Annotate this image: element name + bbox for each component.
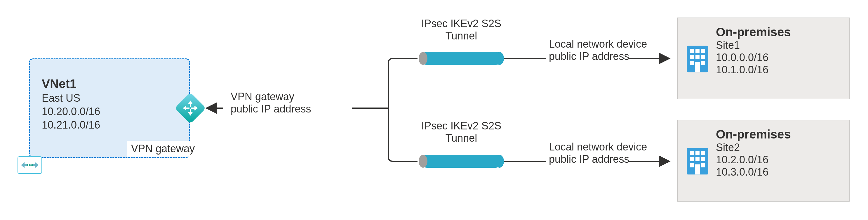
vpn-gateway-icon bbox=[179, 97, 202, 119]
svg-marker-13 bbox=[183, 106, 189, 110]
tunnel0-line1: IPsec IKEv2 S2S bbox=[421, 18, 501, 29]
svg-rect-22 bbox=[690, 61, 694, 65]
site1-cidr-1: 10.3.0.0/16 bbox=[716, 166, 840, 178]
vnet-cidr-0: 10.20.0.0/16 bbox=[42, 106, 100, 118]
svg-rect-29 bbox=[690, 157, 694, 161]
svg-marker-11 bbox=[188, 101, 193, 107]
svg-rect-30 bbox=[695, 157, 700, 161]
svg-rect-31 bbox=[701, 157, 705, 161]
svg-point-9 bbox=[29, 164, 31, 166]
gateway-ip-line1: VPN gateway bbox=[231, 90, 294, 103]
svg-rect-33 bbox=[701, 163, 705, 167]
tunnel-icon-1 bbox=[421, 155, 502, 168]
svg-rect-26 bbox=[690, 151, 694, 155]
site0-cidr-1: 10.1.0.0/16 bbox=[716, 64, 840, 76]
site1-cidr-0: 10.2.0.0/16 bbox=[716, 154, 840, 166]
vnet-cidr-1: 10.21.0.0/16 bbox=[42, 119, 100, 131]
svg-marker-14 bbox=[191, 106, 198, 110]
gateway-ip-line2: public IP address bbox=[231, 103, 311, 115]
site-box-1: On-premises Site2 10.2.0.0/16 10.3.0.0/1… bbox=[677, 120, 849, 201]
gateway-ip-label: VPN gateway public IP address bbox=[231, 90, 311, 115]
svg-rect-32 bbox=[690, 163, 694, 167]
tunnel1-line1: IPsec IKEv2 S2S bbox=[421, 120, 501, 132]
svg-rect-19 bbox=[690, 55, 694, 59]
local1-line1: Local network device bbox=[549, 141, 647, 153]
svg-rect-27 bbox=[695, 151, 700, 155]
site1-title: On-premises bbox=[716, 128, 840, 141]
svg-point-10 bbox=[31, 164, 33, 166]
tunnel-icon-0 bbox=[421, 52, 502, 65]
svg-rect-18 bbox=[701, 49, 705, 53]
svg-rect-16 bbox=[690, 49, 694, 53]
svg-rect-34 bbox=[695, 164, 700, 174]
building-icon bbox=[684, 145, 711, 177]
tunnel0-line2: Tunnel bbox=[445, 30, 477, 42]
local0-line1: Local network device bbox=[549, 38, 647, 50]
svg-point-8 bbox=[27, 164, 28, 166]
local0-line2: public IP address bbox=[549, 50, 629, 62]
local-label-0: Local network device public IP address bbox=[549, 38, 647, 62]
tunnel1-line2: Tunnel bbox=[445, 132, 477, 144]
vpn-gateway-label: VPN gateway bbox=[127, 141, 199, 157]
svg-rect-28 bbox=[701, 151, 705, 155]
svg-rect-20 bbox=[695, 55, 700, 59]
local-label-1: Local network device public IP address bbox=[549, 141, 647, 165]
building-icon bbox=[684, 43, 711, 75]
site0-name: Site1 bbox=[716, 39, 840, 51]
svg-rect-17 bbox=[695, 49, 700, 53]
tunnel-label-1: IPsec IKEv2 S2S Tunnel bbox=[413, 120, 509, 144]
svg-rect-24 bbox=[695, 62, 700, 72]
site1-name: Site2 bbox=[716, 141, 840, 154]
svg-rect-21 bbox=[701, 55, 705, 59]
local1-line2: public IP address bbox=[549, 153, 629, 165]
vnet-title: VNet1 bbox=[42, 77, 100, 91]
site0-cidr-0: 10.0.0.0/16 bbox=[716, 51, 840, 64]
tunnel-label-0: IPsec IKEv2 S2S Tunnel bbox=[413, 18, 509, 42]
site-box-0: On-premises Site1 10.0.0.0/16 10.1.0.0/1… bbox=[677, 18, 849, 99]
svg-rect-23 bbox=[701, 61, 705, 65]
vnet-icon bbox=[18, 156, 42, 174]
vnet-region: East US bbox=[42, 92, 100, 104]
site0-title: On-premises bbox=[716, 25, 840, 39]
svg-marker-12 bbox=[188, 109, 193, 116]
